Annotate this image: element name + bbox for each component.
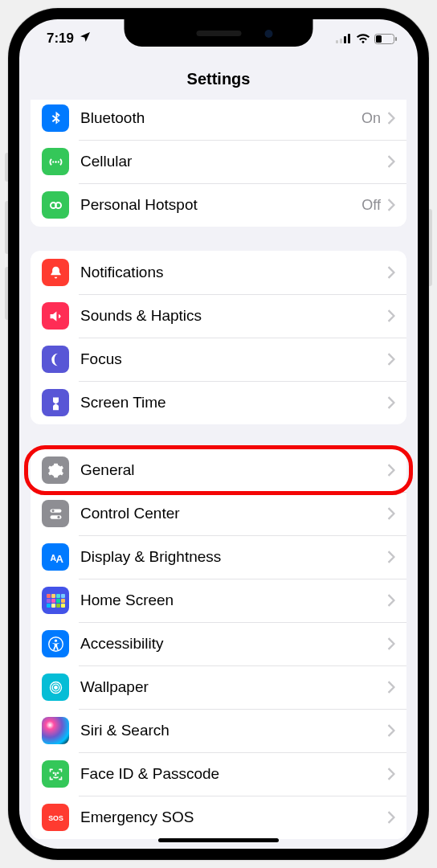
row-personal-hotspot[interactable]: Personal Hotspot Off (31, 183, 406, 227)
chevron-right-icon (387, 199, 395, 211)
page-header: Settings (19, 58, 418, 100)
sounds-icon (42, 302, 69, 330)
chevron-right-icon (387, 464, 395, 477)
settings-group-connectivity: Bluetooth On Cellular Personal Hotspot (31, 100, 406, 227)
chevron-right-icon (387, 507, 395, 520)
chevron-right-icon (387, 112, 395, 125)
chevron-right-icon (387, 594, 395, 607)
row-screen-time[interactable]: Screen Time (31, 381, 406, 424)
row-wallpaper[interactable]: Wallpaper (31, 665, 406, 709)
svg-rect-1 (340, 39, 342, 43)
hotspot-icon (42, 191, 69, 219)
chevron-right-icon (387, 353, 395, 366)
svg-rect-5 (395, 37, 397, 41)
row-label: Screen Time (80, 394, 387, 411)
notifications-icon (42, 259, 69, 286)
row-label: Face ID & Passcode (80, 765, 387, 783)
svg-point-10 (51, 509, 54, 511)
row-label: Personal Hotspot (80, 196, 361, 214)
svg-point-19 (54, 686, 57, 689)
svg-point-21 (57, 772, 58, 773)
row-label: Sounds & Haptics (80, 307, 387, 325)
sos-icon: SOS (42, 804, 69, 831)
row-sounds-haptics[interactable]: Sounds & Haptics (31, 294, 406, 338)
svg-text:SOS: SOS (48, 814, 63, 822)
row-display-brightness[interactable]: AA Display & Brightness (31, 535, 406, 579)
row-label: Display & Brightness (80, 548, 387, 566)
svg-rect-0 (336, 40, 338, 43)
chevron-right-icon (387, 637, 395, 650)
status-time: 7:19 (47, 31, 74, 47)
row-cellular[interactable]: Cellular (31, 140, 406, 183)
home-indicator[interactable] (158, 838, 279, 842)
svg-point-16 (54, 639, 56, 641)
chevron-right-icon (387, 396, 395, 409)
row-label: Bluetooth (80, 109, 361, 127)
battery-icon (374, 34, 397, 44)
svg-point-20 (53, 772, 54, 773)
gear-icon (42, 457, 69, 484)
siri-icon (42, 717, 69, 744)
row-home-screen[interactable]: Home Screen (31, 579, 406, 622)
row-label: Emergency SOS (80, 809, 387, 826)
row-notifications[interactable]: Notifications (31, 251, 406, 294)
screen: 7:19 (19, 19, 418, 849)
row-label: Accessibility (80, 635, 387, 653)
row-general[interactable]: General (31, 448, 406, 492)
chevron-right-icon (387, 811, 395, 824)
bluetooth-icon (42, 104, 69, 132)
wifi-icon (356, 33, 370, 44)
home-screen-icon (42, 587, 69, 614)
cellular-icon (42, 148, 69, 175)
row-value: On (361, 110, 381, 127)
row-focus[interactable]: Focus (31, 338, 406, 381)
row-label: Focus (80, 350, 387, 368)
control-center-icon (42, 500, 69, 527)
chevron-right-icon (387, 551, 395, 563)
phone-frame: 7:19 (8, 8, 429, 860)
accessibility-icon (42, 630, 69, 657)
chevron-right-icon (387, 155, 395, 168)
row-emergency-sos[interactable]: SOS Emergency SOS (31, 796, 406, 839)
display-icon: AA (42, 543, 69, 571)
row-label: Wallpaper (80, 678, 387, 696)
chevron-right-icon (387, 768, 395, 780)
face-id-icon (42, 760, 69, 788)
row-control-center[interactable]: Control Center (31, 492, 406, 535)
chevron-right-icon (387, 266, 395, 279)
row-label: Notifications (80, 264, 387, 281)
row-label: Cellular (80, 153, 387, 170)
row-label: Siri & Search (80, 722, 387, 739)
notch (125, 19, 313, 47)
row-label: Control Center (80, 505, 387, 522)
row-siri-search[interactable]: Siri & Search (31, 709, 406, 752)
chevron-right-icon (387, 309, 395, 322)
settings-group-general: General Control Center AA Display & Brig… (31, 448, 406, 839)
row-bluetooth[interactable]: Bluetooth On (31, 100, 406, 140)
location-icon (79, 31, 92, 47)
wallpaper-icon (42, 674, 69, 701)
content: Bluetooth On Cellular Personal Hotspot (19, 100, 418, 849)
screen-time-icon (42, 389, 69, 416)
chevron-right-icon (387, 724, 395, 737)
svg-rect-6 (376, 35, 382, 43)
focus-icon (42, 346, 69, 373)
row-label: General (80, 461, 387, 479)
svg-text:A: A (55, 552, 63, 564)
svg-rect-3 (348, 34, 350, 43)
row-value: Off (361, 197, 381, 214)
row-label: Home Screen (80, 592, 387, 609)
settings-group-notifications: Notifications Sounds & Haptics Focus (31, 251, 406, 424)
svg-point-12 (57, 515, 59, 518)
row-accessibility[interactable]: Accessibility (31, 622, 406, 665)
row-face-id-passcode[interactable]: Face ID & Passcode (31, 752, 406, 796)
cellular-signal-icon (336, 34, 352, 43)
chevron-right-icon (387, 681, 395, 694)
page-title: Settings (187, 70, 251, 88)
svg-rect-2 (344, 36, 346, 43)
